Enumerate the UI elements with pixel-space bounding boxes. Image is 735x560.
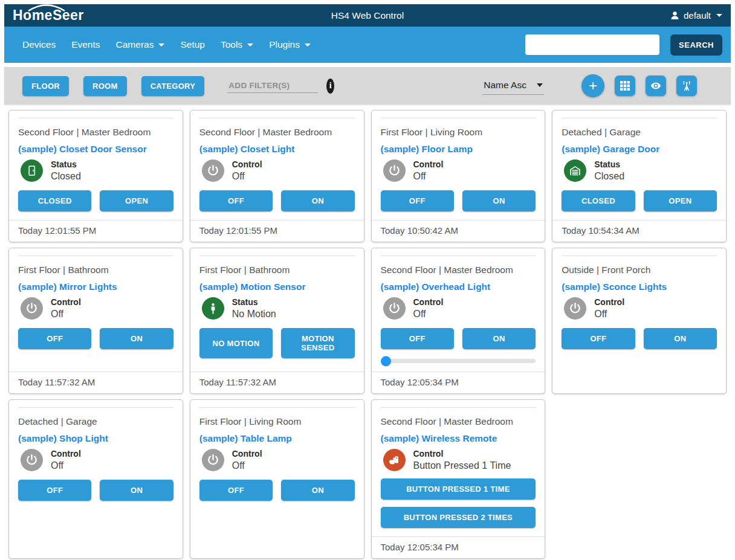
device-action-button[interactable]: OFF: [381, 328, 454, 349]
device-buttons: NO MOTIONMOTION SENSED: [190, 320, 364, 358]
device-location: Second Floor | Master Bedroom: [190, 118, 364, 138]
feature-value: Off: [232, 460, 262, 471]
device-action-button[interactable]: ON: [462, 190, 536, 211]
device-action-button[interactable]: BUTTON PRESSED 1 TIME: [381, 478, 536, 500]
grid-view-button[interactable]: [615, 76, 635, 96]
device-card: Second Floor | Master Bedroom (sample) O…: [371, 248, 546, 394]
device-buttons: CLOSEDOPEN: [552, 182, 726, 211]
feature-text: Status No Motion: [232, 297, 276, 320]
device-action-button[interactable]: ON: [100, 480, 173, 501]
search-input[interactable]: [525, 34, 659, 55]
filter-buttons: FLOORROOMCATEGORY: [22, 76, 219, 96]
device-buttons: OFFON: [9, 320, 183, 349]
device-name-link[interactable]: (sample) Closet Light: [190, 138, 364, 155]
slider-thumb[interactable]: [381, 356, 391, 366]
device-action-button[interactable]: OFF: [18, 480, 91, 501]
filter-button-room[interactable]: ROOM: [83, 76, 127, 96]
device-location: Second Floor | Master Bedroom: [372, 408, 545, 427]
device-action-button[interactable]: OFF: [199, 480, 273, 501]
card-bottom-spacer: [552, 385, 726, 393]
add-device-button[interactable]: +: [581, 74, 604, 97]
feature-label: Control: [232, 159, 262, 169]
add-filter-input[interactable]: [227, 79, 318, 93]
visibility-button[interactable]: [646, 76, 666, 96]
device-location: Detached | Garage: [9, 408, 183, 427]
device-location: First Floor | Living Room: [372, 118, 545, 138]
broadcast-button[interactable]: [676, 76, 697, 96]
device-location: First Floor | Living Room: [190, 408, 364, 427]
card-footer: Today 11:57:32 AM: [190, 363, 364, 393]
nav-item-devices[interactable]: Devices: [22, 39, 56, 50]
nav-item-plugins[interactable]: Plugins: [269, 39, 311, 50]
feature-text: Status Closed: [594, 159, 624, 182]
dim-slider[interactable]: [372, 349, 545, 363]
device-action-button[interactable]: ON: [281, 190, 354, 211]
device-action-button[interactable]: ON: [100, 328, 173, 349]
feature-text: Control Off: [51, 449, 81, 471]
device-name-link[interactable]: (sample) Sconce Lights: [552, 275, 726, 292]
device-action-button[interactable]: BUTTON PRESSED 2 TIMES: [381, 507, 536, 528]
device-name-link[interactable]: (sample) Wireless Remote: [372, 427, 545, 444]
device-location: Outside | Front Porch: [552, 256, 726, 275]
card-footer: Today 12:05:34 PM: [372, 363, 545, 393]
power-icon: [564, 297, 586, 320]
device-feature: Control Off: [372, 292, 545, 320]
card-footer: Today 12:01:55 PM: [190, 211, 364, 242]
device-grid: Second Floor | Master Bedroom (sample) C…: [8, 110, 727, 559]
device-buttons: OFFON: [372, 182, 545, 211]
power-icon: [383, 297, 406, 320]
device-name-link[interactable]: (sample) Motion Sensor: [190, 275, 364, 292]
device-name-link[interactable]: (sample) Shop Light: [9, 427, 183, 444]
device-card: First Floor | Living Room (sample) Table…: [190, 399, 364, 559]
power-icon: [383, 159, 406, 182]
eye-icon: [650, 80, 662, 92]
device-location: Second Floor | Master Bedroom: [9, 118, 183, 138]
device-action-button[interactable]: ON: [462, 328, 536, 349]
motion-icon: [202, 297, 224, 320]
slider-track[interactable]: [381, 359, 536, 363]
device-action-button[interactable]: ON: [281, 480, 354, 501]
device-action-button[interactable]: OPEN: [644, 190, 717, 211]
device-card: Second Floor | Master Bedroom (sample) W…: [371, 399, 546, 559]
filter-button-category[interactable]: CATEGORY: [141, 76, 205, 96]
feature-value: Closed: [594, 171, 624, 182]
device-action-button[interactable]: MOTION SENSED: [281, 328, 354, 358]
device-timestamp: Today 12:01:55 PM: [9, 220, 183, 242]
device-card: First Floor | Living Room (sample) Floor…: [371, 110, 546, 242]
device-action-button[interactable]: OFF: [199, 190, 273, 211]
device-action-button[interactable]: OFF: [381, 190, 454, 211]
device-name-link[interactable]: (sample) Mirror Lights: [9, 275, 183, 292]
nav-item-cameras[interactable]: Cameras: [116, 39, 165, 50]
nav-item-events[interactable]: Events: [71, 39, 100, 50]
nav-item-tools[interactable]: Tools: [221, 39, 253, 50]
search-button[interactable]: SEARCH: [670, 34, 722, 56]
device-name-link[interactable]: (sample) Table Lamp: [190, 427, 364, 444]
device-name-link[interactable]: (sample) Closet Door Sensor: [9, 138, 183, 155]
device-action-button[interactable]: OFF: [562, 328, 635, 349]
device-buttons: OFFON: [552, 320, 726, 349]
device-action-button[interactable]: ON: [644, 328, 717, 349]
device-action-button[interactable]: OPEN: [100, 190, 173, 211]
device-action-button[interactable]: OFF: [18, 328, 91, 349]
device-buttons: BUTTON PRESSED 1 TIMEBUTTON PRESSED 2 TI…: [372, 471, 545, 528]
device-card: First Floor | Bathroom (sample) Mirror L…: [8, 248, 183, 394]
user-menu[interactable]: default: [670, 10, 722, 21]
nav-item-label: Plugins: [269, 39, 300, 50]
feature-text: Control Off: [594, 297, 624, 320]
device-action-button[interactable]: CLOSED: [562, 190, 635, 211]
device-name-link[interactable]: (sample) Overhead Light: [372, 275, 545, 292]
device-name-link[interactable]: (sample) Floor Lamp: [372, 138, 545, 155]
device-feature: Control Button Pressed 1 Time: [372, 444, 545, 471]
info-icon[interactable]: i: [326, 79, 334, 94]
filter-button-floor[interactable]: FLOOR: [22, 76, 69, 96]
feature-label: Status: [51, 159, 81, 169]
device-name-link[interactable]: (sample) Garage Door: [552, 138, 726, 155]
device-action-button[interactable]: CLOSED: [18, 190, 91, 211]
sort-select[interactable]: Name Asc: [482, 77, 544, 95]
card-footer: Today 12:05:34 PM: [372, 528, 545, 558]
nav-item-setup[interactable]: Setup: [180, 39, 205, 50]
nav-item-label: Setup: [180, 39, 205, 50]
feature-value: No Motion: [232, 309, 276, 320]
chevron-down-icon: [247, 43, 253, 47]
device-action-button[interactable]: NO MOTION: [199, 328, 273, 358]
